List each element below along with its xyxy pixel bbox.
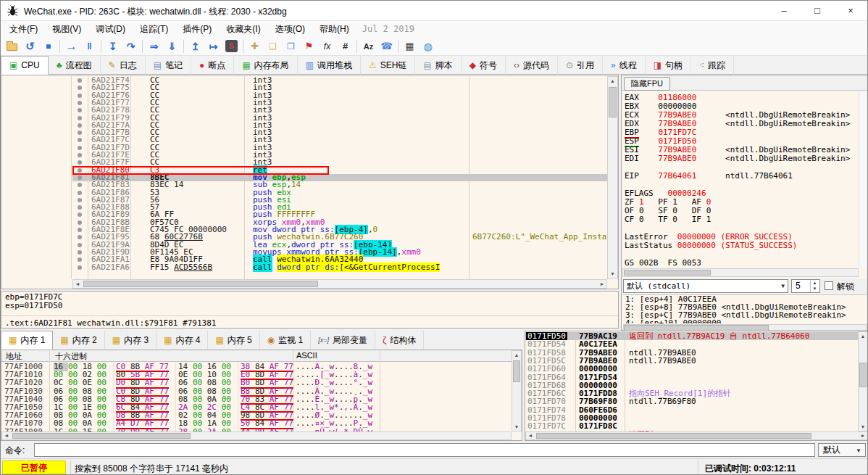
breakpoint-dot[interactable] [78, 101, 82, 105]
stack-row[interactable]: 0171FD640171FD54 [525, 373, 858, 381]
argument-count-stepper[interactable]: 5 ▲▼ [791, 279, 820, 293]
breakpoint-dot[interactable] [78, 123, 82, 128]
tab-watch-1[interactable]: ◉监视 1 [260, 331, 312, 350]
tab-memory-5[interactable]: ▦内存 5 [208, 331, 259, 350]
stack-horizontal-scrollbar[interactable]: ◄ ► [525, 431, 868, 440]
breakpoint-dot[interactable] [78, 94, 82, 98]
tab-locals[interactable]: [x=]局部变量 [311, 331, 375, 350]
tab-references[interactable]: ⊙引用 [558, 56, 603, 75]
animate-into-icon[interactable]: ⇒ [145, 38, 163, 54]
tab-script[interactable]: ▤脚本 [415, 56, 461, 75]
stack-row[interactable]: 0171FD7C0171FD8C [525, 422, 858, 430]
skip-next-icon[interactable]: S [222, 38, 241, 54]
close-button[interactable]: × [834, 1, 867, 21]
disassembly-panel[interactable]: 6AD21F74CCint36AD21F75CCint36AD21F76CCin… [1, 75, 619, 289]
breakpoint-dot[interactable] [78, 78, 82, 83]
stack-row[interactable]: 0171FD74D60FE6D6 [525, 406, 858, 414]
comments-icon[interactable]: ❏ [264, 38, 282, 54]
scrollbar-thumb[interactable] [609, 87, 617, 117]
register-line[interactable]: CF 0 TF 0 IF 1 [625, 215, 851, 224]
breakpoint-dot[interactable] [78, 220, 82, 225]
breakpoint-dot[interactable] [78, 86, 82, 90]
register-line[interactable]: EDI 77B9ABE0 <ntdll.DbgUiRemoteBreakin> [625, 154, 851, 163]
stack-panel[interactable]: 0171FD5077B9AC19返回到 ntdll.77B9AC19 自 ntd… [525, 331, 868, 441]
stack-row[interactable]: 0171FD6000000000 [525, 365, 858, 373]
tab-notes[interactable]: ▤笔记 [146, 56, 191, 75]
register-line[interactable]: LastStatus 00000000 (STATUS_SUCCESS) [625, 241, 851, 250]
scrollbar-thumb[interactable] [83, 281, 318, 287]
tab-breakpoints[interactable]: ●断点 [191, 56, 234, 75]
breakpoint-dot[interactable] [78, 198, 82, 202]
bookmarks-icon[interactable]: ⚑ [300, 38, 318, 54]
scrollbar-thumb[interactable] [536, 433, 811, 439]
disasm-horizontal-scrollbar[interactable]: ◄ ► [72, 279, 607, 289]
breakpoint-dot[interactable] [78, 191, 82, 195]
menu-item[interactable]: 选项(O) [268, 23, 312, 36]
maximize-button[interactable]: □ [801, 1, 834, 21]
breakpoint-dot[interactable] [78, 108, 82, 112]
tab-seh-chain[interactable]: ⚠SEH链 [361, 56, 415, 75]
tab-memory-4[interactable]: ▦内存 4 [157, 331, 208, 350]
breakpoint-dot[interactable] [78, 146, 82, 150]
tab-memory-2[interactable]: ▦内存 2 [53, 331, 104, 350]
breakpoint-dot[interactable] [78, 183, 82, 187]
text-encoding-icon[interactable]: Az [359, 38, 377, 54]
tab-memory-1[interactable]: ▦内存 1 [1, 331, 53, 350]
stack-row[interactable]: 0171FD7077B69F80ntdll.77B69F80 [525, 397, 858, 405]
calculator-icon[interactable]: ▦ [401, 38, 419, 54]
menu-item[interactable]: 追踪(T) [133, 23, 175, 36]
menu-item[interactable]: 插件(P) [175, 23, 219, 36]
breakpoint-dot[interactable] [78, 116, 82, 120]
menu-item[interactable]: 调试(D) [88, 23, 133, 36]
restart-icon[interactable]: ↺ [21, 38, 39, 54]
breakpoint-dot[interactable] [78, 160, 82, 165]
tab-threads[interactable]: »线程 [603, 56, 646, 75]
breakpoint-dot[interactable] [78, 131, 82, 135]
breakpoint-dot[interactable] [78, 138, 82, 142]
registers-vertical-scrollbar[interactable] [859, 91, 867, 268]
breakpoint-dot[interactable] [78, 175, 82, 180]
close-debuggee-icon[interactable]: ■ [39, 38, 57, 54]
tab-handles[interactable]: ◨句柄 [646, 56, 691, 75]
disasm-row[interactable]: 6AD21FA6FF15 ACD5566Bcall dword ptr ds:[… [72, 264, 607, 271]
tab-symbols[interactable]: ◆符号 [462, 56, 506, 75]
run-icon[interactable]: → [62, 38, 80, 54]
registers-panel[interactable]: 隐藏FPU EAX 01186000EBX 00000000ECX 77B9AB… [621, 75, 868, 331]
register-line[interactable]: EIP 77B64061 ntdll.77B64061 [625, 172, 851, 181]
tab-source[interactable]: ‹›源代码 [506, 56, 558, 75]
registers-horizontal-scrollbar[interactable] [622, 268, 859, 277]
stack-row[interactable]: 0171FD5C77B9ABE0ntdll.77B9ABE0 [525, 357, 858, 365]
breakpoint-dot[interactable] [78, 250, 82, 255]
memory-dump-panel[interactable]: 地址 十六进制 ASCII 77AF100016 00 18 00C0 8B A… [1, 350, 522, 441]
hide-fpu-button[interactable]: 隐藏FPU [624, 77, 670, 91]
breakpoint-dot[interactable] [78, 265, 82, 270]
menu-item[interactable]: 收藏夹(I) [219, 23, 267, 36]
breakpoint-dot[interactable] [78, 257, 82, 262]
dump-vertical-scrollbar[interactable]: ▲ ▼ [512, 350, 522, 431]
device-icon[interactable]: ☎ [377, 38, 396, 54]
tab-log[interactable]: ✎日志 [101, 56, 146, 75]
scrollbar-thumb[interactable] [624, 270, 711, 276]
labels-icon[interactable]: ❐ [282, 38, 300, 54]
menu-item[interactable]: 视图(V) [45, 23, 88, 36]
stack-vertical-scrollbar[interactable]: ▲ ▼ [858, 331, 868, 431]
command-input[interactable] [34, 443, 815, 457]
hash-icon[interactable]: # [336, 38, 354, 54]
patches-icon[interactable]: ✚ [246, 38, 264, 54]
disasm-vertical-scrollbar[interactable]: ▲ ▼ [607, 76, 618, 279]
animate-over-icon[interactable]: ⇓ [163, 38, 181, 54]
step-out-icon[interactable]: ↥ [186, 38, 204, 54]
run-to-user-code-icon[interactable]: ↦ [204, 38, 222, 54]
stack-row[interactable]: 0171FD7800000000 [525, 414, 858, 422]
breakpoint-dot[interactable] [78, 228, 82, 232]
tab-memory-map[interactable]: ▦内存布局 [234, 56, 297, 75]
tab-memory-3[interactable]: ▦内存 3 [105, 331, 157, 350]
breakpoint-dot[interactable] [78, 235, 82, 239]
minimize-button[interactable]: – [767, 1, 801, 21]
scrollbar-thumb[interactable] [513, 360, 520, 382]
stack-row[interactable]: 0171FD54A0C17EEA [525, 340, 858, 348]
command-profile-select[interactable]: 默认 ▼ [818, 443, 866, 457]
pause-icon[interactable]: ‖ [80, 38, 99, 54]
menu-item[interactable]: 文件(F) [2, 23, 45, 36]
arguments-scrollbar[interactable] [623, 324, 867, 331]
